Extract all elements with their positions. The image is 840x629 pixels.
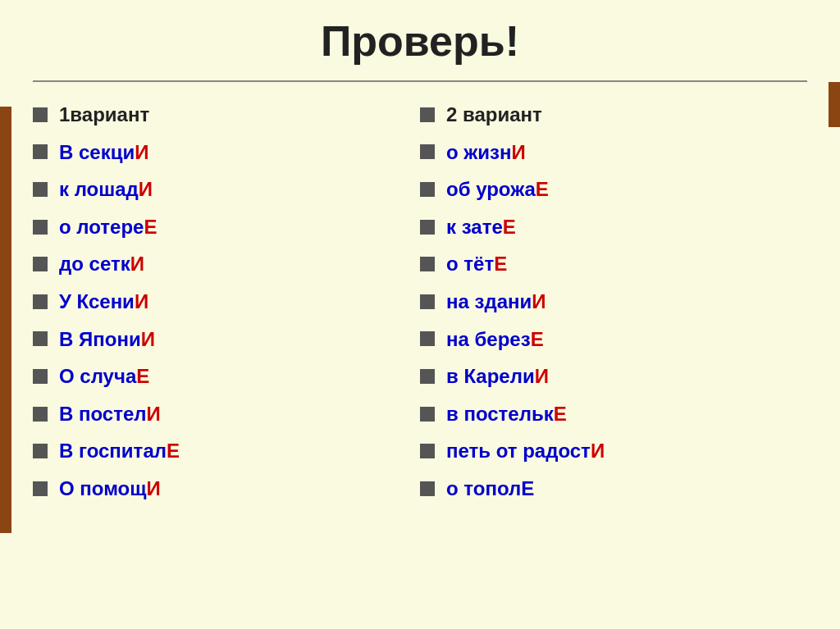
bullet-icon (420, 407, 435, 422)
list-item: до сеткИ (33, 246, 420, 282)
list-item: петь от радостИ (420, 433, 807, 469)
col2-header-text: 2 вариант (446, 101, 542, 129)
item-text: к затеЕ (446, 213, 516, 241)
list-item: О помощИ (33, 471, 420, 507)
page: Проверь! 1вариант В секциИ к лошадИ о ло… (0, 0, 840, 629)
bullet-icon (420, 144, 435, 159)
column-1: 1вариант В секциИ к лошадИ о лотереЕ до … (33, 97, 420, 507)
bullet-icon (420, 369, 435, 384)
list-item: об урожаЕ (420, 171, 807, 207)
bullet-icon (420, 294, 435, 309)
item-text: до сеткИ (59, 250, 144, 278)
bullet-icon (33, 220, 48, 235)
item-text: о тётЕ (446, 250, 507, 278)
list-item: в постелькЕ (420, 396, 807, 432)
item-text: петь от радостИ (446, 437, 605, 465)
accent-bar-right (829, 82, 840, 127)
item-text: о жизнИ (446, 139, 526, 166)
bullet-icon (33, 331, 48, 346)
item-text: об урожаЕ (446, 175, 549, 203)
bullet-icon (33, 444, 48, 458)
page-title: Проверь! (33, 16, 807, 66)
bullet-icon (420, 481, 435, 496)
list-item: о тётЕ (420, 246, 807, 282)
list-item: В секциИ (33, 134, 420, 171)
bullet-icon (33, 407, 48, 422)
list-item: к затеЕ (420, 209, 807, 245)
col1-header: 1вариант (33, 97, 420, 133)
bullet-icon (420, 257, 435, 271)
bullet-icon (420, 444, 435, 458)
list-item: В ЯпониИ (33, 321, 420, 358)
bullet-icon (33, 257, 48, 271)
column-2: 2 вариант о жизнИ об урожаЕ к затеЕ о тё… (420, 97, 807, 507)
item-text: В ЯпониИ (59, 326, 155, 353)
list-item: В постелИ (33, 396, 420, 432)
item-text: о тополЕ (446, 475, 534, 503)
accent-bar-left (0, 107, 11, 533)
item-text: в КарелиИ (446, 362, 549, 390)
list-item: о тополЕ (420, 471, 807, 507)
list-item: о лотереЕ (33, 209, 420, 245)
list-item: о жизнИ (420, 134, 807, 171)
bullet-icon (33, 182, 48, 197)
bullet-icon (33, 144, 48, 159)
list-item: к лошадИ (33, 171, 420, 207)
bullet-icon (420, 107, 435, 122)
list-item: В госпиталЕ (33, 433, 420, 469)
item-text: В секциИ (59, 139, 148, 166)
item-text: В госпиталЕ (59, 437, 180, 465)
col2-header: 2 вариант (420, 97, 807, 133)
list-item: на зданиИ (420, 284, 807, 320)
bullet-icon (420, 331, 435, 346)
item-text: О случаЕ (59, 362, 149, 390)
bullet-icon (33, 481, 48, 496)
item-text: к лошадИ (59, 175, 153, 203)
list-item: У КсениИ (33, 284, 420, 320)
bullet-icon (33, 107, 48, 122)
item-text: в постелькЕ (446, 400, 567, 428)
list-item: в КарелиИ (420, 358, 807, 394)
bullet-icon (420, 182, 435, 197)
list-item: О случаЕ (33, 358, 420, 394)
item-text: О помощИ (59, 475, 161, 503)
item-text: на зданиИ (446, 288, 546, 316)
divider (33, 80, 807, 82)
list-item: на березЕ (420, 321, 807, 358)
bullet-icon (33, 294, 48, 309)
item-text: на березЕ (446, 326, 544, 353)
bullet-icon (33, 369, 48, 384)
col1-header-text: 1вариант (59, 101, 149, 129)
content-columns: 1вариант В секциИ к лошадИ о лотереЕ до … (33, 97, 807, 507)
item-text: У КсениИ (59, 288, 148, 316)
item-text: о лотереЕ (59, 213, 157, 241)
bullet-icon (420, 220, 435, 235)
item-text: В постелИ (59, 400, 161, 428)
